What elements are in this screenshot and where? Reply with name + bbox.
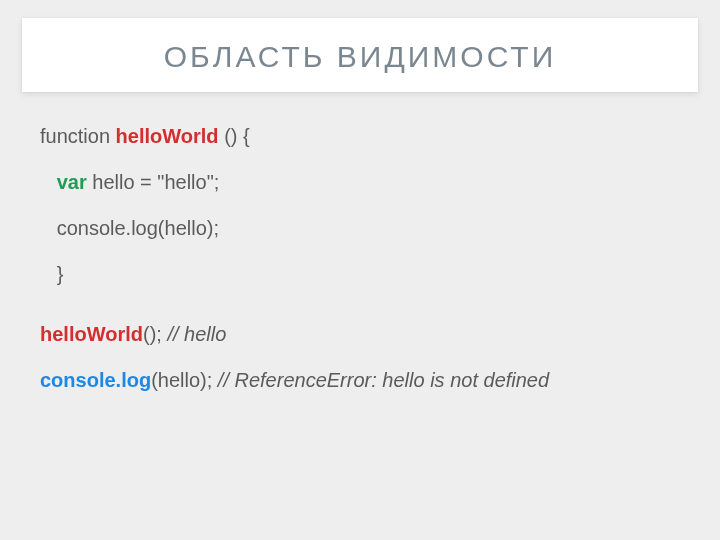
keyword-var: var (57, 171, 87, 193)
slide: ОБЛАСТЬ ВИДИМОСТИ function helloWorld ()… (0, 0, 720, 540)
code-line-5: helloWorld(); // hello (40, 318, 680, 350)
code-text: console.log(hello); (40, 217, 219, 239)
comment: // hello (167, 323, 226, 345)
code-line-6: console.log(hello); // ReferenceError: h… (40, 364, 680, 396)
code-text: (); (143, 323, 167, 345)
code-text: (hello); (151, 369, 218, 391)
code-text: hello = "hello"; (87, 171, 220, 193)
console-log: console.log (40, 369, 151, 391)
function-call: helloWorld (40, 323, 143, 345)
slide-title: ОБЛАСТЬ ВИДИМОСТИ (22, 40, 698, 74)
function-name: helloWorld (116, 125, 219, 147)
code-text: } (40, 263, 63, 285)
code-block: function helloWorld () { var hello = "he… (22, 120, 698, 396)
code-text: function (40, 125, 116, 147)
title-card: ОБЛАСТЬ ВИДИМОСТИ (22, 18, 698, 92)
comment: // ReferenceError: hello is not defined (218, 369, 549, 391)
code-line-3: console.log(hello); (40, 212, 680, 244)
code-text: () { (219, 125, 250, 147)
blank-line (40, 304, 680, 318)
code-line-1: function helloWorld () { (40, 120, 680, 152)
code-line-4: } (40, 258, 680, 290)
code-indent (40, 171, 57, 193)
code-line-2: var hello = "hello"; (40, 166, 680, 198)
